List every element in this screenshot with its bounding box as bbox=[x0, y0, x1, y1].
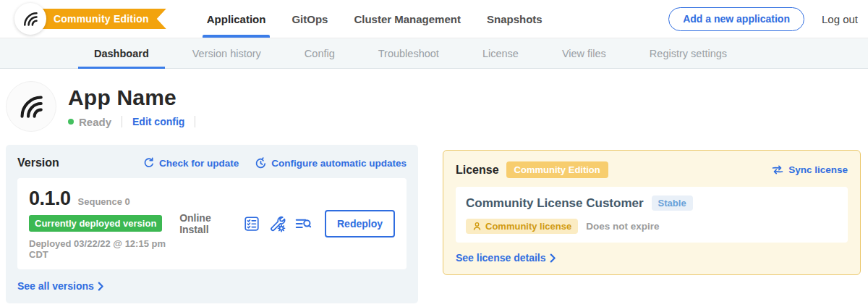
see-license-details-link[interactable]: See license details bbox=[456, 252, 848, 264]
version-card-title: Version bbox=[17, 156, 59, 169]
license-card: License Community Edition Sync license C… bbox=[443, 150, 861, 275]
dashboard-cards: Version Check for update bbox=[0, 140, 868, 303]
refresh-icon bbox=[143, 157, 155, 169]
tab-config[interactable]: Config bbox=[283, 38, 357, 68]
deployed-timestamp: Deployed 03/22/22 @ 12:15 pm CDT bbox=[29, 238, 179, 260]
community-edition-badge: Community Edition bbox=[506, 161, 608, 178]
license-type-label: Community license bbox=[485, 221, 571, 232]
nav-item-cluster-management[interactable]: Cluster Management bbox=[341, 0, 474, 38]
brand: Community Edition bbox=[14, 3, 166, 35]
nav-item-application[interactable]: Application bbox=[194, 0, 279, 38]
divider bbox=[195, 116, 195, 127]
see-all-versions-label: See all versions bbox=[17, 280, 94, 292]
scheduled-update-icon bbox=[255, 157, 267, 169]
version-actions: Online Install bbox=[179, 210, 395, 237]
check-for-update-label: Check for update bbox=[159, 158, 239, 169]
license-card-title: License bbox=[456, 164, 499, 177]
install-type-label: Online Install bbox=[179, 212, 231, 235]
redeploy-button[interactable]: Redeploy bbox=[325, 210, 395, 237]
app-name-title: App Name bbox=[68, 85, 205, 110]
primary-nav: Application GitOps Cluster Management Sn… bbox=[194, 0, 556, 38]
app-status-text: Ready bbox=[79, 116, 111, 128]
tab-view-files[interactable]: View files bbox=[540, 38, 628, 68]
person-icon bbox=[472, 222, 482, 231]
sync-license-link[interactable]: Sync license bbox=[771, 164, 848, 175]
configure-updates-label: Configure automatic updates bbox=[271, 158, 407, 169]
chevron-right-icon bbox=[550, 253, 556, 263]
app-status-row: Ready Edit config bbox=[68, 116, 205, 128]
sync-arrows-icon bbox=[771, 164, 784, 175]
currently-deployed-badge: Currently deployed version bbox=[29, 215, 162, 232]
channel-badge: Stable bbox=[652, 195, 693, 211]
license-customer-name: Community License Customer bbox=[466, 196, 644, 211]
top-bar: Community Edition Application GitOps Clu… bbox=[0, 0, 868, 38]
current-version-panel: 0.1.0 Sequence 0 Currently deployed vers… bbox=[17, 178, 407, 269]
tab-registry-settings[interactable]: Registry settings bbox=[628, 38, 749, 68]
configure-automatic-updates-link[interactable]: Configure automatic updates bbox=[255, 157, 407, 169]
sequence-label: Sequence 0 bbox=[78, 196, 130, 207]
replicated-logo-icon bbox=[21, 9, 40, 28]
version-card-links: Check for update Configure automatic upd… bbox=[143, 157, 407, 169]
config-wrench-gear-icon[interactable] bbox=[269, 216, 286, 232]
version-number: 0.1.0 bbox=[29, 188, 71, 210]
license-card-header: License Community Edition Sync license bbox=[456, 161, 848, 178]
replicated-logo-icon bbox=[16, 91, 46, 122]
top-bar-actions: Add a new application Log out bbox=[668, 7, 858, 31]
app-header: App Name Ready Edit config bbox=[0, 69, 868, 140]
tab-version-history[interactable]: Version history bbox=[171, 38, 283, 68]
edit-config-link[interactable]: Edit config bbox=[132, 116, 184, 127]
tab-troubleshoot[interactable]: Troubleshoot bbox=[357, 38, 461, 68]
community-edition-ribbon: Community Edition bbox=[26, 9, 166, 29]
logout-link[interactable]: Log out bbox=[822, 13, 858, 25]
tab-dashboard[interactable]: Dashboard bbox=[72, 38, 171, 68]
license-type-chip: Community license bbox=[466, 219, 578, 234]
ready-status-dot bbox=[68, 119, 74, 125]
see-all-versions-link[interactable]: See all versions bbox=[17, 280, 407, 292]
license-expiration-text: Does not expire bbox=[586, 221, 659, 232]
chevron-right-icon bbox=[98, 282, 104, 291]
app-avatar bbox=[6, 81, 56, 132]
add-new-application-button[interactable]: Add a new application bbox=[668, 7, 804, 31]
app-header-info: App Name Ready Edit config bbox=[68, 85, 205, 128]
divider bbox=[122, 116, 122, 127]
see-license-details-label: See license details bbox=[456, 252, 546, 264]
version-card-header: Version Check for update bbox=[17, 156, 407, 169]
nav-item-gitops[interactable]: GitOps bbox=[278, 0, 341, 38]
version-details: 0.1.0 Sequence 0 Currently deployed vers… bbox=[29, 188, 179, 260]
nav-item-snapshots[interactable]: Snapshots bbox=[474, 0, 556, 38]
preflight-checklist-icon[interactable] bbox=[244, 216, 260, 232]
app-logo-badge bbox=[14, 3, 46, 35]
version-card: Version Check for update bbox=[6, 145, 418, 303]
license-details-panel: Community License Customer Stable Commun… bbox=[456, 187, 848, 243]
view-files-inspect-icon[interactable] bbox=[295, 216, 312, 232]
check-for-update-link[interactable]: Check for update bbox=[143, 157, 239, 169]
app-sub-nav: Dashboard Version history Config Trouble… bbox=[0, 38, 868, 69]
sync-license-label: Sync license bbox=[788, 164, 848, 175]
tab-license[interactable]: License bbox=[461, 38, 540, 68]
